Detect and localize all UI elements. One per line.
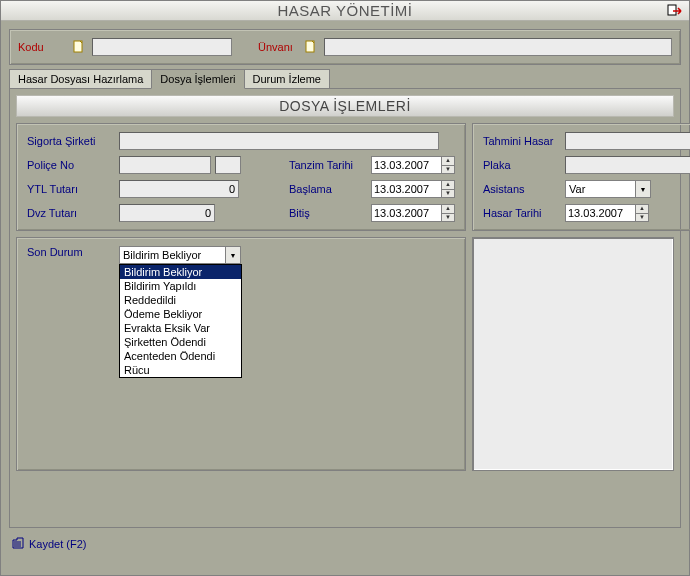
spin-up-icon[interactable]: ▲ [441,204,455,213]
baslama-label: Başlama [289,183,367,195]
tab-durum-izleme[interactable]: Durum İzleme [244,69,330,89]
hasar-tarihi-date[interactable]: ▲▼ [565,204,649,222]
document-icon[interactable] [304,40,318,54]
chevron-down-icon[interactable]: ▼ [635,180,651,198]
dropdown-option[interactable]: Ödeme Bekliyor [120,307,241,321]
unvani-label: Ünvanı [258,41,298,53]
tanzim-label: Tanzim Tarihi [289,159,367,171]
damage-group: Tahmini Hasar Plaka Asistans ▼ Hasar Tar… [472,123,690,231]
footer: Kaydet (F2) [1,529,689,559]
spin-down-icon[interactable]: ▼ [635,213,649,223]
spin-down-icon[interactable]: ▼ [441,213,455,223]
kodu-label: Kodu [18,41,66,53]
spin-down-icon[interactable]: ▼ [441,189,455,199]
plaka-label: Plaka [483,159,561,171]
svg-rect-0 [668,5,676,15]
bitis-date[interactable]: ▲▼ [371,204,455,222]
document-icon[interactable] [72,40,86,54]
baslama-date[interactable]: ▲▼ [371,180,455,198]
spin-up-icon[interactable]: ▲ [441,156,455,165]
exit-icon[interactable] [667,3,683,19]
dropdown-option[interactable]: Bildirim Bekliyor [120,265,241,279]
identity-bar: Kodu Ünvanı [9,29,681,65]
police-input[interactable] [119,156,211,174]
tab-dosya-islemleri[interactable]: Dosya İşlemleri [151,69,244,89]
status-group: Son Durum ▼ Bildirim Bekliyor Bildirim Y… [16,237,466,471]
ytl-input[interactable] [119,180,239,198]
tabs: Hasar Dosyası Hazırlama Dosya İşlemleri … [9,69,681,89]
tanzim-date[interactable]: ▲▼ [371,156,455,174]
police-ext-input[interactable] [215,156,241,174]
hasar-tarihi-label: Hasar Tarihi [483,207,561,219]
tahmini-input[interactable] [565,132,690,150]
dropdown-option[interactable]: Rücu [120,363,241,377]
chevron-down-icon[interactable]: ▼ [225,246,241,264]
sigorta-label: Sigorta Şirketi [27,135,115,147]
spin-up-icon[interactable]: ▲ [635,204,649,213]
svg-rect-1 [74,41,82,52]
panel-title: DOSYA İŞLEMLERİ [16,95,674,117]
son-durum-combo[interactable]: ▼ Bildirim Bekliyor Bildirim Yapıldı Red… [119,246,241,264]
unvani-input[interactable] [324,38,672,56]
son-durum-dropdown: Bildirim Bekliyor Bildirim Yapıldı Redde… [119,264,242,378]
plaka-input[interactable] [565,156,690,174]
dropdown-option[interactable]: Reddedildi [120,293,241,307]
dropdown-option[interactable]: Evrakta Eksik Var [120,321,241,335]
save-label: Kaydet (F2) [29,538,86,550]
dropdown-option[interactable]: Şirketten Ödendi [120,335,241,349]
titlebar: HASAR YÖNETİMİ [1,1,689,21]
window: HASAR YÖNETİMİ Kodu Ünvanı Hasar Dosyası… [0,0,690,576]
window-title: HASAR YÖNETİMİ [277,2,412,19]
asistans-combo[interactable]: ▼ [565,180,651,198]
spin-down-icon[interactable]: ▼ [441,165,455,175]
kodu-input[interactable] [92,38,232,56]
police-label: Poliçe No [27,159,115,171]
tab-hasar-dosyasi[interactable]: Hasar Dosyası Hazırlama [9,69,152,89]
dvz-label: Dvz Tutarı [27,207,115,219]
bitis-label: Bitiş [289,207,367,219]
asistans-label: Asistans [483,183,561,195]
ytl-label: YTL Tutarı [27,183,115,195]
dropdown-option[interactable]: Bildirim Yapıldı [120,279,241,293]
notes-area[interactable] [472,237,674,471]
spin-up-icon[interactable]: ▲ [441,180,455,189]
son-durum-label: Son Durum [27,246,115,258]
dropdown-option[interactable]: Acenteden Ödendi [120,349,241,363]
tahmini-label: Tahmini Hasar [483,135,561,147]
svg-rect-2 [306,41,314,52]
tab-panel: DOSYA İŞLEMLERİ Sigorta Şirketi Poliçe N… [9,88,681,528]
sigorta-input[interactable] [119,132,439,150]
dvz-input[interactable] [119,204,215,222]
save-button[interactable]: Kaydet (F2) [11,537,86,551]
policy-group: Sigorta Şirketi Poliçe No Tanzim Tarihi … [16,123,466,231]
save-icon [11,537,25,551]
